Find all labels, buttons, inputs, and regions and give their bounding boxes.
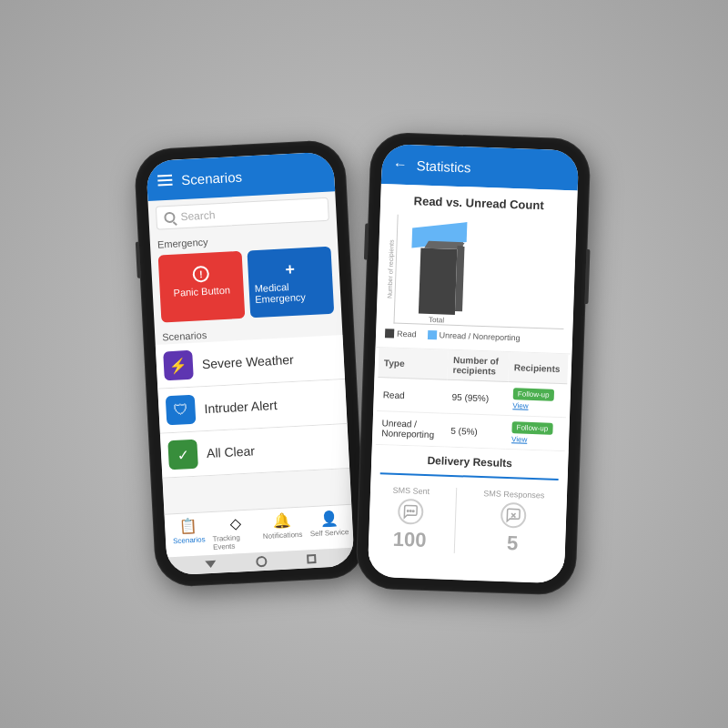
nav-tracking-icon: ◇ — [229, 514, 241, 532]
nav-notifications-icon: 🔔 — [272, 511, 291, 530]
search-icon — [164, 212, 176, 224]
stats-table: Type Number of recipients Recipients Rea… — [376, 348, 569, 451]
read-bar — [419, 248, 457, 315]
scenarios-screen: Scenarios Search Emergency ! Panic Butto… — [146, 151, 355, 575]
medical-emergency-button[interactable]: + Medical Emergency — [247, 247, 334, 318]
bar-total-label: Total — [429, 316, 444, 325]
chart-area: Number of recipients — [385, 214, 567, 329]
row-count-read: 95 (95%) — [446, 379, 508, 415]
nav-tracking-label: Tracking Events — [212, 532, 259, 551]
search-bar[interactable]: Search — [156, 197, 329, 230]
col-type: Type — [378, 348, 448, 379]
bar-front-face — [419, 248, 457, 315]
chart-legend: Read Unread / Nonreporting — [385, 329, 563, 344]
followup-unread-button[interactable]: Follow-up — [511, 421, 552, 435]
legend-unread-label: Unread / Nonreporting — [439, 330, 520, 342]
recents-square — [307, 554, 317, 564]
scenarios-title: Scenarios — [181, 168, 243, 187]
stats-body: Read vs. Unread Count Number of recipien… — [368, 184, 578, 583]
exclaim-icon: ! — [192, 266, 209, 283]
row-type-unread: Unread / Nonreporting — [376, 410, 446, 447]
nav-selfservice[interactable]: 👤 Self Service — [305, 509, 353, 547]
chart-section: Read vs. Unread Count Number of recipien… — [376, 184, 578, 354]
scenarios-header: Scenarios — [146, 151, 335, 201]
back-arrow-icon[interactable]: ← — [392, 156, 408, 173]
scenario-name-allclear: All Clear — [207, 443, 256, 460]
bar-group: Total — [410, 222, 468, 325]
allclear-icon-box: ✓ — [167, 440, 198, 470]
legend-read-icon — [385, 329, 394, 338]
nav-notifications[interactable]: 🔔 Notifications — [258, 511, 307, 550]
legend-unread-icon — [427, 330, 436, 339]
row-count-unread: 5 (5%) — [445, 413, 507, 449]
nav-scenarios-icon: 📋 — [178, 517, 197, 535]
col-recipients: Number of recipients — [447, 350, 509, 382]
home-circle — [256, 556, 268, 568]
stats-table-section: Type Number of recipients Recipients Rea… — [372, 348, 572, 451]
intruder-icon-box: 🛡 — [166, 395, 197, 426]
back-triangle — [205, 561, 216, 569]
left-phone: Scenarios Search Emergency ! Panic Butto… — [135, 140, 367, 587]
plus-icon: + — [285, 261, 295, 278]
chart-y-label: Number of recipients — [386, 239, 394, 298]
svg-point-2 — [412, 511, 414, 512]
delivery-section: Delivery Results SMS Sent — [368, 445, 568, 568]
col-actions: Recipients — [508, 352, 568, 384]
stats-header: ← Statistics — [381, 144, 579, 191]
right-phone: ← Statistics Read vs. Unread Count Numbe… — [356, 133, 590, 595]
sms-sent-label: SMS Sent — [392, 486, 430, 496]
sms-responses-value: 5 — [506, 531, 518, 555]
stats-title: Statistics — [416, 157, 471, 175]
row-actions-unread: Follow-up View — [506, 415, 566, 450]
delivery-divider — [454, 488, 458, 553]
sms-responses-icon — [500, 502, 527, 529]
legend-read: Read — [385, 329, 417, 339]
delivery-title: Delivery Results — [380, 452, 559, 471]
nav-tracking[interactable]: ◇ Tracking Events — [211, 513, 259, 551]
sms-sent-item: SMS Sent 100 — [390, 486, 430, 552]
nav-scenarios[interactable]: 📋 Scenarios — [165, 516, 213, 554]
svg-point-1 — [407, 511, 409, 512]
nav-selfservice-label: Self Service — [310, 528, 349, 538]
weather-icon-box: ⚡ — [163, 350, 194, 381]
scenario-name-weather: Severe Weather — [202, 352, 295, 371]
row-actions-read: Follow-up View — [507, 382, 567, 418]
view-unread-link[interactable]: View — [511, 435, 528, 444]
row-type-read: Read — [377, 378, 447, 414]
svg-point-0 — [410, 511, 411, 512]
search-placeholder: Search — [180, 208, 216, 223]
sms-responses-label: SMS Responses — [483, 489, 544, 500]
nav-selfservice-icon: 👤 — [319, 510, 339, 528]
scenario-name-intruder: Intruder Alert — [204, 398, 278, 416]
legend-unread: Unread / Nonreporting — [427, 330, 520, 343]
nav-scenarios-label: Scenarios — [173, 535, 206, 545]
chart-title: Read vs. Unread Count — [389, 193, 568, 213]
sms-sent-icon — [398, 499, 424, 525]
sms-responses-item: SMS Responses 5 — [481, 489, 545, 556]
menu-icon[interactable] — [157, 175, 173, 187]
bar-side-face — [455, 246, 465, 311]
followup-read-button[interactable]: Follow-up — [513, 388, 554, 401]
nav-notifications-label: Notifications — [263, 531, 303, 541]
legend-read-label: Read — [397, 329, 417, 339]
emergency-buttons: ! Panic Button + Medical Emergency — [150, 242, 341, 327]
delivery-row: SMS Sent 100 — [378, 481, 559, 561]
chart-canvas: Total — [393, 215, 567, 329]
view-read-link[interactable]: View — [512, 401, 529, 410]
sms-sent-value: 100 — [392, 528, 427, 552]
statistics-screen: ← Statistics Read vs. Unread Count Numbe… — [368, 144, 579, 583]
panic-button[interactable]: ! Panic Button — [158, 251, 246, 323]
